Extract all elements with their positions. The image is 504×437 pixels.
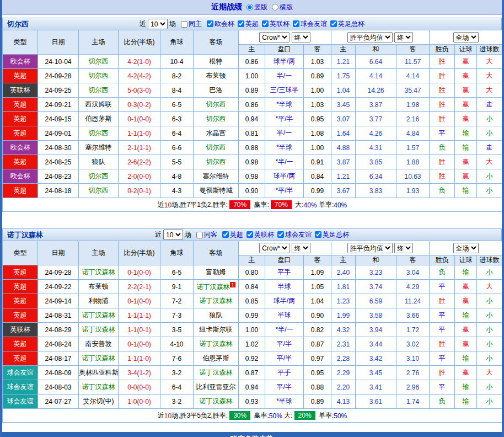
summary-segment: 10 xyxy=(164,201,171,209)
handicap-result-cell: 赢 xyxy=(455,323,477,337)
league-checkbox[interactable] xyxy=(293,20,299,27)
odds-company-select[interactable]: Crow* xyxy=(259,32,289,42)
scope-select[interactable]: 全场 xyxy=(453,32,479,42)
league-filter[interactable]: 欧会杯 xyxy=(207,19,234,29)
league-filter[interactable]: 英足总杯 xyxy=(330,19,364,29)
away-odds-cell: 1.03 xyxy=(304,55,331,69)
summary-segment: 10 xyxy=(164,412,171,419)
home-odds-cell: 1.02 xyxy=(239,337,265,351)
corners-cell: 4-8 xyxy=(160,169,194,184)
handicap-cell: 球半/两 xyxy=(265,55,304,69)
league-checkbox[interactable] xyxy=(238,20,244,27)
avg-home-cell: 1.21 xyxy=(331,55,356,69)
handicap-cell: 平手 xyxy=(265,265,304,280)
league-filter[interactable]: 英联杯 xyxy=(262,19,289,29)
col-avg-draw: 和 xyxy=(356,255,396,265)
league-type-badge: 球会友谊 xyxy=(3,366,38,380)
summary-segment: 赢率: xyxy=(252,201,269,209)
corners-cell: 3-2 xyxy=(160,366,194,380)
avg-type-select[interactable]: 胜平负均值 xyxy=(347,243,393,253)
avg-draw-cell: 3.83 xyxy=(356,184,396,198)
away-odds-cell: 1.08 xyxy=(304,126,331,141)
odds-final-select[interactable]: 终 xyxy=(292,32,310,42)
score-cell: 4-2(4-2) xyxy=(119,69,160,83)
handicap-result-cell: 赢 xyxy=(455,169,477,184)
league-checkbox[interactable] xyxy=(262,20,269,27)
score-cell: 0-0(0-0) xyxy=(119,380,160,395)
same-side-checkbox[interactable] xyxy=(196,232,203,238)
summary-segment: 70% xyxy=(229,200,250,209)
same-side-filter[interactable]: 同主 xyxy=(181,19,202,29)
summary-segment: 20% xyxy=(294,411,315,420)
goals-result-cell: 走 xyxy=(477,141,502,155)
result-cell: 胜 xyxy=(430,55,455,69)
match-row: 英超 24-08-18 切尔西 0-2(0-1) 4-3 曼彻斯特城 0.90 … xyxy=(3,184,502,198)
score-cell: 2-6(2-2) xyxy=(119,155,160,169)
score-cell: 0-1(0-0) xyxy=(119,112,160,126)
result-cell: 胜 xyxy=(430,83,455,98)
date-cell: 24-09-21 xyxy=(38,98,79,112)
view-horizontal-radio[interactable] xyxy=(272,4,278,10)
league-type-badge: 英超 xyxy=(3,69,38,83)
league-checkbox[interactable] xyxy=(330,20,337,27)
away-team-cell: 诺丁汉森林1 xyxy=(194,280,239,294)
goals-result-cell: 大 xyxy=(477,83,502,98)
match-count-select[interactable]: 10 xyxy=(148,19,168,29)
topbar: 近期战绩 竖版 横版 xyxy=(2,0,502,15)
date-cell: 24-09-14 xyxy=(38,294,79,308)
view-vertical-radio[interactable] xyxy=(246,4,253,10)
handicap-result-cell: 输 xyxy=(455,380,477,395)
home-odds-cell: 0.90 xyxy=(239,184,265,198)
same-side-filter[interactable]: 同客 xyxy=(196,230,217,239)
date-cell: 24-08-31 xyxy=(38,308,79,323)
league-checkbox[interactable] xyxy=(277,231,284,238)
col-type: 类型 xyxy=(3,241,38,265)
corners-cell: 10-4 xyxy=(160,55,194,69)
away-odds-cell: 0.95 xyxy=(304,112,331,126)
goals-result-cell: 小 xyxy=(477,308,502,323)
scope-select[interactable]: 全场 xyxy=(453,243,479,253)
league-filter[interactable]: 英超 xyxy=(222,230,243,239)
date-cell: 24-09-28 xyxy=(38,265,79,280)
odds-company-select[interactable]: Crow* xyxy=(259,243,289,253)
col-score: 比分(半场) xyxy=(119,30,160,55)
away-team-cell: 水晶宫 xyxy=(194,126,239,141)
league-type-badge: 欧会杯 xyxy=(3,141,38,155)
col-result: 胜负 xyxy=(430,45,455,55)
home-team-cell: 奥林匹亚科斯 xyxy=(79,366,119,380)
view-horizontal-option[interactable]: 横版 xyxy=(272,3,293,12)
score-cell: 4-2(1-0) xyxy=(119,55,160,69)
avg-type-select[interactable]: 胜平负均值 xyxy=(347,32,393,42)
handicap-cell: *半球 xyxy=(265,98,304,112)
league-type-badge: 欧会杯 xyxy=(3,55,38,69)
view-vertical-option[interactable]: 竖版 xyxy=(246,3,267,12)
goals-result-cell: 大 xyxy=(477,366,502,380)
handicap-result-cell: 赢 xyxy=(455,98,477,112)
result-cell: 平 xyxy=(430,308,455,323)
away-odds-cell: 0.84 xyxy=(304,169,331,184)
next-section-bar: 联赛盘路走势 xyxy=(2,432,502,437)
odds-final-select[interactable]: 终 xyxy=(292,243,310,253)
date-cell: 24-09-28 xyxy=(38,69,79,83)
date-cell: 24-08-25 xyxy=(38,155,79,169)
league-checkbox[interactable] xyxy=(222,231,229,238)
avg-away-cell: 3.66 xyxy=(396,308,430,323)
league-filter[interactable]: 英超 xyxy=(238,19,259,29)
league-filter[interactable]: 球会友谊 xyxy=(277,230,312,239)
league-checkbox[interactable] xyxy=(315,231,321,238)
avg-final-select[interactable]: 终 xyxy=(394,243,413,253)
match-count-select[interactable]: 10 xyxy=(163,230,183,240)
result-cell: 胜 xyxy=(430,98,455,112)
league-checkbox[interactable] xyxy=(246,231,253,238)
same-side-checkbox[interactable] xyxy=(181,21,187,28)
avg-final-select[interactable]: 终 xyxy=(394,32,413,42)
league-checkbox[interactable] xyxy=(207,20,213,27)
result-cell: 平 xyxy=(430,323,455,337)
league-filter[interactable]: 球会友谊 xyxy=(293,19,327,29)
away-odds-cell: 0.89 xyxy=(304,395,331,409)
team-section: 诺丁汉森林 近 10 场 同客 英超英联杯球会友谊英足总杯 xyxy=(2,228,502,423)
league-filter[interactable]: 英足总杯 xyxy=(315,230,349,239)
league-filter[interactable]: 英联杯 xyxy=(246,230,274,239)
home-team-cell: 南安普敦 xyxy=(79,337,119,351)
score-cell: 1-1(1-0) xyxy=(119,351,160,366)
